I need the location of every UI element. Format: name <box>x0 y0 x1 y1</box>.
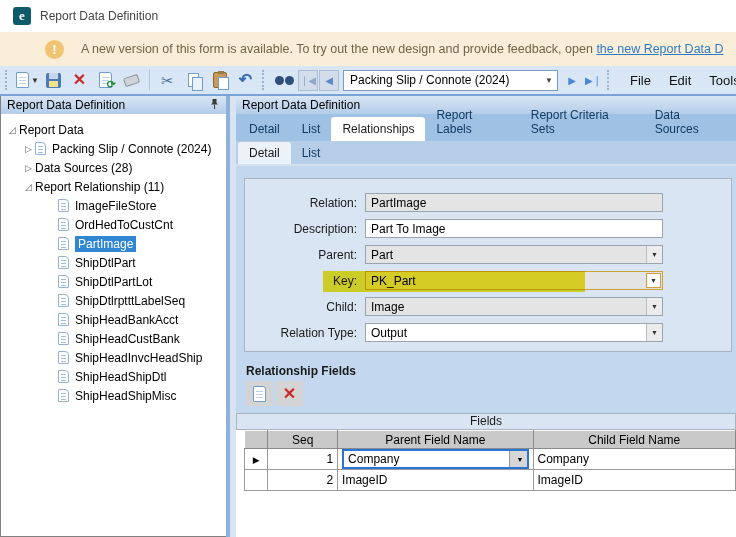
expander-expanded-icon[interactable]: ◿ <box>22 182 35 192</box>
delete-field-button[interactable]: ✕ <box>276 381 303 406</box>
tree-node-relationship[interactable]: ShipHeadShipDtl <box>1 367 226 386</box>
tab-detail[interactable]: Detail <box>238 117 291 141</box>
description-field[interactable]: Part To Image <box>365 219 663 238</box>
undo-arrow-icon: ↶ <box>239 72 252 88</box>
relation-field[interactable]: PartImage <box>365 193 663 212</box>
chevron-down-icon[interactable]: ▼ <box>646 298 662 315</box>
banner-text: A new version of this form is available.… <box>81 42 724 56</box>
seq-column-header[interactable]: Seq <box>268 431 338 449</box>
new-document-icon <box>16 72 29 88</box>
subtab-detail[interactable]: Detail <box>238 142 291 164</box>
relation-type-dropdown[interactable]: Output▼ <box>365 323 663 342</box>
menu-file[interactable]: File <box>621 73 660 88</box>
tab-data-sources[interactable]: Data Sources <box>644 103 736 141</box>
menubar-grip[interactable] <box>607 70 613 90</box>
previous-record-button[interactable]: ◀ <box>319 70 339 91</box>
menu-bar: File Edit Tools Actions <box>621 73 736 88</box>
menu-edit[interactable]: Edit <box>660 73 700 88</box>
parent-value: Part <box>371 248 393 262</box>
tab-list[interactable]: List <box>291 117 332 141</box>
menu-tools[interactable]: Tools <box>700 73 736 88</box>
record-selector-value: Packing Slip / Connote (2024) <box>350 73 509 87</box>
tree-node-relationship[interactable]: ShipDtlPartLot <box>1 272 226 291</box>
refresh-button[interactable]: ⟳ <box>93 69 118 92</box>
expander-expanded-icon[interactable]: ◿ <box>6 125 19 135</box>
relation-form-panel: Relation: PartImage Description: Part To… <box>244 178 732 352</box>
cell-combo[interactable]: Company ▼ <box>342 449 528 469</box>
tab-report-labels[interactable]: Report Labels <box>425 103 519 141</box>
expander-collapsed-icon[interactable]: ▷ <box>22 144 35 154</box>
tree-node-relationship[interactable]: ShipHeadShipMisc <box>1 386 226 405</box>
last-record-button[interactable]: ▶❘ <box>583 70 603 91</box>
undo-button[interactable]: ↶ <box>233 69 258 92</box>
tab-relationships[interactable]: Relationships <box>331 117 425 141</box>
relation-type-label: Relation Type: <box>245 326 357 340</box>
new-version-banner: ! A new version of this form is availabl… <box>0 32 736 66</box>
first-record-button[interactable]: ❘◀ <box>298 70 318 91</box>
copy-button[interactable] <box>181 69 206 92</box>
chevron-down-icon[interactable]: ▼ <box>646 324 662 341</box>
save-button[interactable] <box>41 69 66 92</box>
chevron-down-icon[interactable]: ▼ <box>509 451 527 467</box>
tree-node-relationship[interactable]: ImageFileStore <box>1 196 226 215</box>
record-selector-combo[interactable]: Packing Slip / Connote (2024) ▼ <box>343 70 558 91</box>
add-field-button[interactable] <box>246 381 273 406</box>
delete-button[interactable]: ✕ <box>67 69 92 92</box>
tree-node-label: ShipDtlPart <box>75 256 136 270</box>
tree-node-packing-slip[interactable]: ▷Packing Slip / Connote (2024) <box>1 139 226 158</box>
fields-group-header: Fields <box>236 413 736 430</box>
tree-node-relationship[interactable]: ShipHeadBankAcct <box>1 310 226 329</box>
toolbar-grip[interactable] <box>5 70 11 90</box>
tree-panel-title: Report Data Definition <box>7 98 125 112</box>
tree-node-relationship[interactable]: OrdHedToCustCnt <box>1 215 226 234</box>
parent-field-cell[interactable]: ImageID <box>338 470 533 491</box>
tree-node-label: ShipHeadShipMisc <box>75 389 176 403</box>
child-field-column-header[interactable]: Child Field Name <box>533 431 735 449</box>
panel-splitter[interactable] <box>226 96 236 537</box>
seq-cell[interactable]: 1 <box>268 449 338 470</box>
child-dropdown[interactable]: Image▼ <box>365 297 663 316</box>
paste-button[interactable] <box>207 69 232 92</box>
new-button[interactable]: ▼ <box>15 69 40 92</box>
tree-node-relationship[interactable]: ShipHeadInvcHeadShip <box>1 348 226 367</box>
clear-button[interactable] <box>119 69 144 92</box>
pin-icon[interactable] <box>209 98 220 113</box>
tree-node-report-data[interactable]: ◿Report Data <box>1 120 226 139</box>
chevron-down-icon[interactable]: ▼ <box>646 273 661 288</box>
tree-node-report-relationship[interactable]: ◿Report Relationship (11) <box>1 177 226 196</box>
grid-row-2[interactable]: 2 ImageID ImageID <box>245 470 736 491</box>
child-field-cell[interactable]: ImageID <box>533 470 735 491</box>
relation-type-value: Output <box>371 326 407 340</box>
grid-header-row: Seq Parent Field Name Child Field Name <box>245 431 736 449</box>
window-titlebar: e Report Data Definition <box>0 0 736 32</box>
parent-field-column-header[interactable]: Parent Field Name <box>338 431 533 449</box>
refresh-arrows-icon: ⟳ <box>107 78 116 91</box>
tree-node-relationship-selected[interactable]: PartImage <box>1 234 226 253</box>
tree-node-relationship[interactable]: ShipDtlPart <box>1 253 226 272</box>
key-dropdown[interactable]: PK_Part▼ <box>365 271 663 290</box>
toolbar-grip[interactable] <box>262 70 268 90</box>
copy-icon <box>188 73 199 87</box>
new-dropdown-arrow-icon[interactable]: ▼ <box>31 76 39 85</box>
record-selector-dropdown-icon[interactable]: ▼ <box>541 76 557 85</box>
child-field-cell[interactable]: Company <box>533 449 735 470</box>
subtab-list[interactable]: List <box>291 142 332 164</box>
new-form-link[interactable]: the new Report Data D <box>596 42 723 56</box>
seq-cell[interactable]: 2 <box>268 470 338 491</box>
parent-field-cell-active[interactable]: Company ▼ <box>338 449 533 470</box>
search-button[interactable] <box>272 69 297 92</box>
row-selector[interactable] <box>245 470 268 491</box>
tree-node-data-sources[interactable]: ▷Data Sources (28) <box>1 158 226 177</box>
cut-button[interactable]: ✂ <box>155 69 180 92</box>
window-title: Report Data Definition <box>40 9 158 23</box>
tree-node-relationship[interactable]: ShipHeadCustBank <box>1 329 226 348</box>
grid-row-1[interactable]: ▶ 1 Company ▼ Company <box>245 449 736 470</box>
tree-node-relationship[interactable]: ShipDtlrptttLabelSeq <box>1 291 226 310</box>
relationship-doc-icon <box>58 275 69 288</box>
next-record-button[interactable]: ▶ <box>562 70 582 91</box>
tab-report-criteria-sets[interactable]: Report Criteria Sets <box>520 103 644 141</box>
child-row: Child: Image▼ <box>245 297 731 316</box>
parent-dropdown[interactable]: Part▼ <box>365 245 663 264</box>
expander-collapsed-icon[interactable]: ▷ <box>22 163 35 173</box>
chevron-down-icon[interactable]: ▼ <box>646 246 662 263</box>
